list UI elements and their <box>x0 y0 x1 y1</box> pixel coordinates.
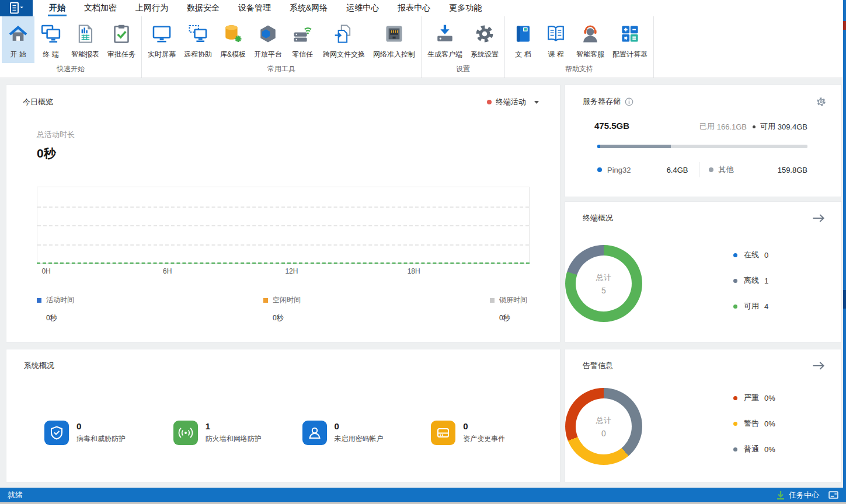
storage-settings-gear-icon[interactable] <box>816 97 826 107</box>
system-settings-button[interactable]: 系统设置 <box>466 16 503 63</box>
legend-lock-time: 锁屏时间 0秒 <box>490 295 527 323</box>
scrollbar-thumb[interactable] <box>843 290 846 309</box>
stat-asset-change-events[interactable]: 0 资产变更事件 <box>431 420 560 446</box>
menu-tab-device-mgmt[interactable]: 设备管理 <box>229 0 280 16</box>
approval-tasks-button[interactable]: 审批任务 <box>103 16 140 63</box>
total-activity-label: 总活动时长 <box>37 130 560 140</box>
stat-virus-protection[interactable]: 0 病毒和威胁防护 <box>44 420 173 446</box>
remote-assist-button[interactable]: 远程协助 <box>180 16 216 63</box>
menu-tab-data-security[interactable]: 数据安全 <box>177 0 229 16</box>
realtime-screen-button[interactable]: 实时屏幕 <box>144 16 180 63</box>
ribbon-group-label: 设置 <box>422 63 504 78</box>
config-calculator-button-label: 配置计算器 <box>612 50 647 60</box>
ribbon-group-quick-start: 开 始 终 端 智能报表 审批任务 快速开始 <box>0 16 142 78</box>
generate-client-button[interactable]: 生成客户端 <box>423 16 466 63</box>
legend-dot <box>597 167 602 172</box>
ribbon-group-common-tools: 实时屏幕 远程协助 库&模板 开放平台 零信任 <box>142 16 422 78</box>
task-center-button[interactable]: 任务中心 <box>776 490 819 501</box>
system-settings-button-label: 系统设置 <box>471 50 499 60</box>
activity-filter-dropdown[interactable]: 终端活动 <box>487 97 539 107</box>
arrow-right-icon[interactable] <box>812 361 825 370</box>
arrow-right-icon[interactable] <box>812 214 825 223</box>
cube-icon <box>258 20 278 48</box>
used-label: 已用 <box>699 121 715 132</box>
storage-legend: Ping32 6.4GB 其他 159.8GB <box>597 162 807 177</box>
user-account-icon <box>302 421 327 445</box>
legend-idle-time: 空闲时间 0秒 <box>263 295 301 323</box>
donut-center-value: 5 <box>601 286 606 295</box>
legend-critical: 严重 0% <box>733 393 775 403</box>
storage-legend-ping32: Ping32 6.4GB <box>597 166 697 174</box>
status-bar: 就绪 任务中心 <box>0 488 846 502</box>
cross-network-file-button[interactable]: 跨网文件交换 <box>319 16 369 63</box>
course-button[interactable]: 课 程 <box>539 16 572 63</box>
menu-tab-start[interactable]: 开始 <box>40 0 75 16</box>
course-button-label: 课 程 <box>548 50 563 60</box>
used-value: 166.1GB <box>717 123 747 131</box>
start-button-label: 开 始 <box>10 50 26 60</box>
legend-dot <box>733 422 737 426</box>
library-template-button[interactable]: 库&模板 <box>216 16 250 63</box>
network-access-control-button[interactable]: 网络准入控制 <box>369 16 419 63</box>
legend-online: 在线 0 <box>733 250 768 260</box>
terminal-overview-card: 终端概况 总计 5 在线 0 离线 1 可用 4 <box>565 201 842 342</box>
task-window-icon[interactable] <box>828 491 838 499</box>
smart-report-button[interactable]: 智能报表 <box>67 16 103 63</box>
config-calculator-button[interactable]: 配置计算器 <box>608 16 652 63</box>
docs-button[interactable]: 文 档 <box>507 16 539 63</box>
menu-tab-doc-encrypt[interactable]: 文档加密 <box>75 0 126 16</box>
smart-report-button-label: 智能报表 <box>71 50 99 60</box>
storage-summary: 475.5GB 已用 166.1GB 可用 309.4GB <box>565 121 841 132</box>
free-value: 309.4GB <box>778 123 807 131</box>
alerts-card-title: 告警信息 <box>583 360 613 371</box>
stat-firewall-protection[interactable]: 1 防火墙和网络防护 <box>173 420 302 446</box>
legend-warning: 警告 0% <box>733 418 775 429</box>
server-wifi-icon <box>293 20 312 48</box>
menu-tab-web-behavior[interactable]: 上网行为 <box>126 0 177 16</box>
menu-tab-system-network[interactable]: 系统&网络 <box>280 0 337 16</box>
right-scrollbar[interactable] <box>843 0 846 488</box>
ribbon-group-label: 快速开始 <box>0 63 141 78</box>
headset-agent-icon <box>580 20 600 48</box>
start-button[interactable]: 开 始 <box>2 16 34 63</box>
terminals-button-label: 终 端 <box>43 50 58 60</box>
terminal-card-title: 终端概况 <box>583 213 613 223</box>
chart-x-axis: 0H 6H 12H 18H <box>37 267 530 276</box>
storage-legend-other: 其他 159.8GB <box>709 164 808 175</box>
divider <box>699 162 699 177</box>
filter-label: 终端活动 <box>496 97 526 107</box>
download-client-icon <box>435 20 455 48</box>
system-card-title: 系统概况 <box>24 360 54 371</box>
ethernet-port-icon <box>384 20 404 48</box>
today-card-title: 今日概览 <box>23 97 53 107</box>
legend-normal: 普通 0% <box>733 444 775 454</box>
terminals-button[interactable]: 终 端 <box>34 16 67 63</box>
legend-dot <box>733 279 737 283</box>
realtime-screen-button-label: 实时屏幕 <box>148 50 176 60</box>
library-template-button-label: 库&模板 <box>220 50 246 60</box>
alerts-card: 告警信息 总计 0 严重 0% 警告 0% 普通 0% <box>565 349 842 482</box>
app-menu-button[interactable] <box>0 0 33 16</box>
storage-usage-bar <box>597 145 807 148</box>
info-icon[interactable] <box>625 97 633 106</box>
calculator-icon <box>620 20 640 48</box>
legend-swatch <box>490 298 495 303</box>
stat-no-password-accounts[interactable]: 0 未启用密码帐户 <box>302 420 431 446</box>
open-platform-button[interactable]: 开放平台 <box>250 16 286 63</box>
chevron-down-icon <box>534 101 539 104</box>
filter-dot <box>487 100 492 104</box>
main-window: 开始 文档加密 上网行为 数据安全 设备管理 系统&网络 运维中心 报表中心 更… <box>0 0 846 504</box>
legend-dot <box>733 304 737 309</box>
total-activity-stat: 总活动时长 0秒 <box>37 130 560 162</box>
open-platform-button-label: 开放平台 <box>254 50 282 60</box>
approval-clipboard-icon <box>112 20 131 48</box>
donut-center-label: 总计 <box>596 272 611 283</box>
zero-trust-button[interactable]: 零信任 <box>286 16 319 63</box>
donut-center-value: 0 <box>601 429 606 438</box>
smart-support-button[interactable]: 智能客服 <box>572 16 608 63</box>
menu-tab-report-center[interactable]: 报表中心 <box>388 0 440 16</box>
menu-tabs: 开始 文档加密 上网行为 数据安全 设备管理 系统&网络 运维中心 报表中心 更… <box>40 0 491 16</box>
legend-dot <box>733 447 737 452</box>
menu-tab-more[interactable]: 更多功能 <box>440 0 491 16</box>
menu-tab-ops-center[interactable]: 运维中心 <box>337 0 388 16</box>
